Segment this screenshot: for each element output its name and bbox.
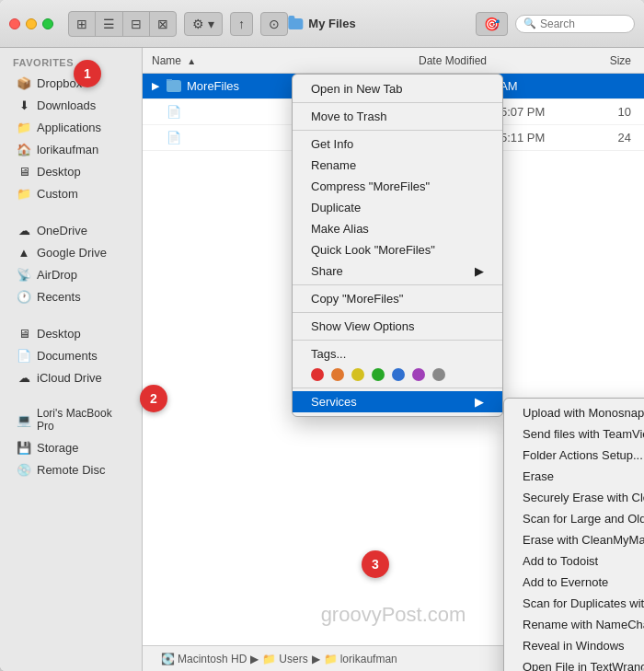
- share-button[interactable]: ↑: [230, 12, 253, 36]
- row-arrow-icon-2: ▶: [152, 106, 159, 118]
- action-button[interactable]: ⚙ ▾: [184, 12, 223, 36]
- minimize-button[interactable]: [26, 18, 37, 29]
- sm-erase[interactable]: Erase: [504, 466, 644, 487]
- finder-window: ⊞ ☰ ⊟ ⊠ ⚙ ▾ ↑ ⊙ My Files 🎯 🔍 FAVORITES 📦: [0, 0, 644, 671]
- close-button[interactable]: [9, 18, 20, 29]
- cm-quick-look[interactable]: Quick Look "MoreFiles": [293, 239, 502, 260]
- sm-scan-large[interactable]: Scan for Large and Old Files: [504, 508, 644, 529]
- window-title: My Files: [288, 17, 355, 30]
- sm-open-textwrangler[interactable]: Open File in TextWrangler: [504, 656, 644, 671]
- tag-button[interactable]: ⊙: [260, 12, 288, 36]
- sidebar-item-desktop2-label: Desktop: [37, 327, 81, 341]
- cm-sep-5: [293, 340, 502, 341]
- cm-copy[interactable]: Copy "MoreFiles": [293, 288, 502, 309]
- submenu-arrow-share: ▶: [475, 264, 484, 278]
- cm-services[interactable]: Services ▶: [293, 391, 502, 412]
- search-icon: 🔍: [523, 17, 536, 29]
- sidebar-item-custom[interactable]: 📁 Custom: [4, 182, 138, 204]
- sidebar-item-macbook[interactable]: 💻 Lori's MacBook Pro: [4, 403, 138, 436]
- sm-securely-erase[interactable]: Securely Erase with CleanMyMac: [504, 487, 644, 508]
- breadcrumb-lorikaufman[interactable]: 📁 lorikaufman: [324, 653, 397, 665]
- coverflow-view-button[interactable]: ⊠: [150, 12, 176, 36]
- sidebar-item-desktop2[interactable]: 🖥 Desktop: [4, 322, 138, 344]
- sidebar-item-remotedisc[interactable]: 💿 Remote Disc: [4, 458, 138, 480]
- cm-duplicate[interactable]: Duplicate: [293, 197, 502, 218]
- list-view-button[interactable]: ☰: [96, 12, 123, 36]
- col-header-size[interactable]: Size: [598, 54, 644, 67]
- cm-open-new-tab[interactable]: Open in New Tab: [293, 78, 502, 99]
- sidebar-item-airdrop-label: AirDrop: [37, 268, 77, 282]
- maximize-button[interactable]: [42, 18, 53, 29]
- sidebar-item-icloud-label: iCloud Drive: [37, 371, 102, 385]
- sidebar-item-dropbox[interactable]: 📦 Dropbox: [4, 72, 138, 94]
- sidebar-item-applications[interactable]: 📁 Applications: [4, 116, 138, 138]
- cm-tags[interactable]: Tags...: [293, 343, 502, 364]
- cm-sep-3: [293, 284, 502, 285]
- dropbox-button[interactable]: 🎯: [476, 12, 508, 36]
- tag-blue[interactable]: [392, 368, 405, 381]
- tag-green[interactable]: [372, 368, 385, 381]
- sm-add-todoist[interactable]: Add to Todoist: [504, 550, 644, 572]
- custom-icon: 📁: [17, 186, 31, 201]
- tag-purple[interactable]: [412, 368, 425, 381]
- desktop2-icon: 🖥: [17, 326, 31, 341]
- submenu-arrow-services: ▶: [475, 395, 484, 409]
- sidebar-item-lorikaufman[interactable]: 🏠 lorikaufman: [4, 138, 138, 160]
- sidebar-item-desktop-label: Desktop: [37, 165, 81, 179]
- sm-add-evernote[interactable]: Add to Evernote: [504, 572, 644, 593]
- sm-folder-actions[interactable]: Folder Actions Setup...: [504, 445, 644, 466]
- sidebar-item-custom-label: Custom: [37, 187, 78, 201]
- desktop-icon: 🖥: [17, 164, 31, 179]
- sidebar-item-googledrive[interactable]: ▲ Google Drive: [4, 241, 138, 263]
- cm-get-info[interactable]: Get Info: [293, 133, 502, 155]
- tag-yellow[interactable]: [351, 368, 364, 381]
- hdd-icon: 💽: [161, 653, 175, 665]
- content-area: Name ▲ Date Modified Size ▶ MoreFiles: [143, 48, 644, 671]
- sidebar-item-onedrive-label: OneDrive: [37, 224, 87, 237]
- tag-orange[interactable]: [331, 368, 344, 381]
- macbook-icon: 💻: [17, 412, 31, 427]
- sidebar-item-icloud[interactable]: ☁ iCloud Drive: [4, 366, 138, 388]
- sm-send-teamviewer[interactable]: Send files with TeamViewer: [504, 423, 644, 445]
- downloads-icon: ⬇: [17, 98, 31, 112]
- sidebar-item-storage[interactable]: 💾 Storage: [4, 436, 138, 458]
- cm-make-alias[interactable]: Make Alias: [293, 218, 502, 239]
- sidebar-item-onedrive[interactable]: ☁ OneDrive: [4, 219, 138, 241]
- sm-upload-monosnap[interactable]: Upload with Monosnap: [504, 402, 644, 423]
- cm-share[interactable]: Share ▶: [293, 260, 502, 282]
- cm-move-to-trash[interactable]: Move to Trash: [293, 106, 502, 127]
- sidebar-item-downloads-label: Downloads: [37, 98, 96, 112]
- main-area: FAVORITES 📦 Dropbox ⬇ Downloads 📁 Applic…: [0, 48, 644, 671]
- icloud-icon: ☁: [17, 370, 31, 385]
- sidebar-item-recents[interactable]: 🕐 Recents: [4, 285, 138, 307]
- cm-compress[interactable]: Compress "MoreFiles": [293, 176, 502, 197]
- sidebar-item-downloads[interactable]: ⬇ Downloads: [4, 94, 138, 116]
- tag-gray[interactable]: [432, 368, 445, 381]
- col-header-name[interactable]: Name ▲: [143, 54, 409, 67]
- breadcrumb-users[interactable]: 📁 Users: [262, 653, 307, 665]
- sidebar-item-applications-label: Applications: [37, 121, 101, 134]
- breadcrumb-macintosh[interactable]: 💽 Macintosh HD: [161, 653, 247, 665]
- cm-sep-4: [293, 312, 502, 313]
- tag-red[interactable]: [311, 368, 324, 381]
- cm-sep-2: [293, 130, 502, 131]
- cm-tags-row: [293, 364, 502, 385]
- sm-rename-namechanger[interactable]: Rename with NameChanger: [504, 614, 644, 635]
- icon-view-button[interactable]: ⊞: [69, 12, 96, 36]
- cm-rename[interactable]: Rename: [293, 155, 502, 176]
- sidebar-item-airdrop[interactable]: 📡 AirDrop: [4, 263, 138, 285]
- sidebar-item-desktop[interactable]: 🖥 Desktop: [4, 160, 138, 182]
- sidebar-item-remotedisc-label: Remote Disc: [37, 463, 105, 477]
- cm-view-options[interactable]: Show View Options: [293, 316, 502, 337]
- sm-scan-gemini[interactable]: Scan for Duplicates with Gemini 2: [504, 593, 644, 614]
- file-size-2: 10: [598, 105, 644, 119]
- sidebar-item-documents[interactable]: 📄 Documents: [4, 344, 138, 366]
- col-header-date[interactable]: Date Modified: [409, 54, 598, 67]
- search-input[interactable]: [540, 17, 627, 30]
- column-view-button[interactable]: ⊟: [123, 12, 150, 36]
- sm-erase-cleanmymac[interactable]: Erase with CleanMyMac: [504, 529, 644, 550]
- file-size-3: 24: [598, 131, 644, 145]
- sidebar-item-dropbox-label: Dropbox: [37, 76, 82, 90]
- favorites-section-label: FAVORITES: [0, 48, 142, 72]
- sm-reveal-windows[interactable]: Reveal in Windows: [504, 635, 644, 656]
